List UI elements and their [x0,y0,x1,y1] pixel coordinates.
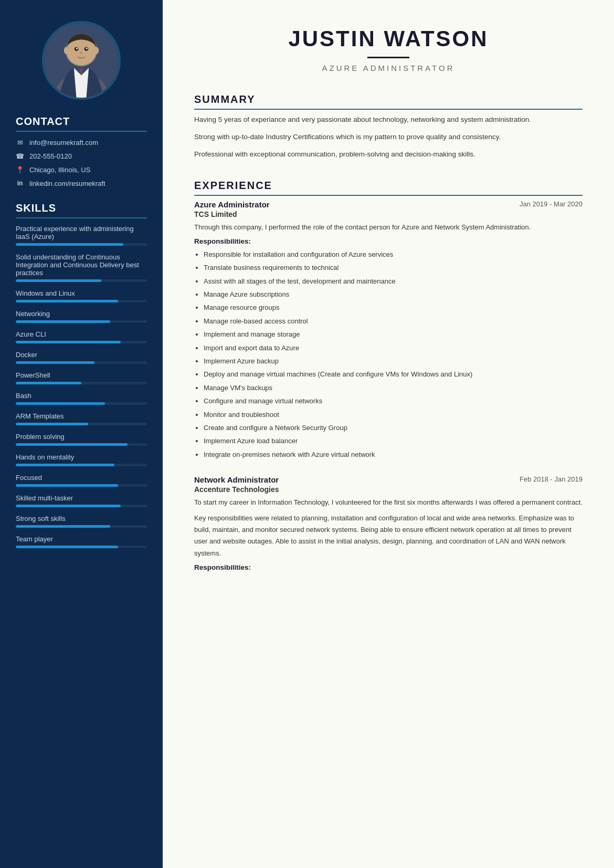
summary-section: SUMMARY Having 5 yeras of experiance and… [194,93,583,161]
experience-entry: Network Administrator Feb 2018 - Jan 201… [194,475,583,571]
responsibility-item: Monitor and troubleshoot [204,409,583,421]
exp-desc: To start my career in Information Techno… [194,497,583,508]
contact-title: CONTACT [16,116,147,132]
candidate-title: AZURE ADMINISTRATOR [194,64,583,72]
exp-dates: Jan 2019 - Mar 2020 [520,200,583,208]
svg-point-6 [76,48,78,49]
responsibilities-label: Responsibilities: [194,563,583,571]
skill-label: Focused [16,474,147,482]
skill-bar-bg [16,546,147,548]
skill-label: Docker [16,351,147,359]
responsibility-item: Manage resource groups [204,301,583,313]
exp-desc: Through this company, I performed the ro… [194,222,583,233]
exp-desc2: Key responsibilities were related to pla… [194,513,583,559]
skill-bar-fill [16,300,118,302]
skill-bar-bg [16,464,147,466]
skill-bar-fill [16,382,81,384]
skill-item: Networking [16,310,147,323]
skill-label: Problem solving [16,433,147,441]
experience-section: EXPERIENCE Azure Administrator Jan 2019 … [194,180,583,571]
skill-bar-bg [16,361,147,364]
phone-icon: ☎ [16,152,24,160]
skill-bar-fill [16,464,114,466]
responsibilities-label: Responsibilities: [194,237,583,245]
candidate-name: JUSTIN WATSON [194,26,583,51]
skill-label: ARM Templates [16,412,147,420]
skill-bar-bg [16,382,147,384]
skill-label: PowerShell [16,371,147,379]
email-icon: ✉ [16,138,24,147]
skill-bar-bg [16,484,147,487]
responsibility-item: Import and export data to Azure [204,342,583,354]
name-block: JUSTIN WATSON AZURE ADMINISTRATOR [194,26,583,72]
skill-item: Solid understanding of Continuous Integr… [16,253,147,282]
skill-label: Strong soft skills [16,515,147,522]
skill-item: Strong soft skills [16,515,147,528]
responsibility-item: Manage role-based access control [204,315,583,327]
responsibility-item: Responsible for installation and configu… [204,248,583,260]
responsibility-item: Configure and manage virtual networks [204,395,583,407]
linkedin-icon: in [16,179,24,187]
skills-title: SKILLS [16,202,147,218]
exp-job-title: Network Administrator [194,475,279,484]
main-content: JUSTIN WATSON AZURE ADMINISTRATOR SUMMAR… [163,0,614,868]
skill-bar-bg [16,443,147,446]
skill-label: Windows and Linux [16,289,147,297]
exp-dates: Feb 2018 - Jan 2019 [520,475,583,483]
skill-item: Bash [16,392,147,405]
summary-paragraphs: Having 5 yeras of experiance and very pa… [194,114,583,161]
summary-title: SUMMARY [194,93,583,110]
skills-list: Practical experience with administering … [16,225,147,548]
skill-bar-fill [16,443,128,446]
skill-bar-bg [16,525,147,528]
skill-bar-fill [16,320,110,323]
avatar-container [0,0,163,116]
skill-bar-fill [16,505,121,507]
responsibility-item: Implement and manage storage [204,328,583,340]
skill-item: Skilled multi-tasker [16,494,147,507]
skill-label: Skilled multi-tasker [16,494,147,502]
contact-email: ✉ info@resumekraft.com [16,138,147,147]
skill-bar-fill [16,279,101,282]
responsibilities-list: Responsible for installation and configu… [194,248,583,461]
responsibility-item: Translate business requirements to techn… [204,262,583,274]
skill-item: Azure CLI [16,330,147,343]
skill-bar-bg [16,505,147,507]
skill-bar-fill [16,402,105,405]
skill-bar-bg [16,423,147,425]
exp-company: TCS Limited [194,210,583,218]
skill-bar-fill [16,484,118,487]
skill-bar-fill [16,546,118,548]
experience-entries: Azure Administrator Jan 2019 - Mar 2020 … [194,200,583,571]
exp-job-title: Azure Administrator [194,200,270,209]
skill-label: Practical experience with administering … [16,225,147,240]
skill-bar-fill [16,341,121,343]
skill-label: Solid understanding of Continuous Integr… [16,253,147,277]
contact-linkedin: in linkedin.com/resumekraft [16,179,147,187]
skill-bar-fill [16,243,123,246]
skill-item: Practical experience with administering … [16,225,147,246]
exp-company: Accenture Technologies [194,485,583,494]
skill-label: Team player [16,535,147,543]
contact-location: 📍 Chicago, Illinois, US [16,165,147,174]
avatar [42,21,121,100]
skill-item: PowerShell [16,371,147,384]
contact-section: CONTACT ✉ info@resumekraft.com ☎ 202-555… [0,116,163,187]
skill-label: Azure CLI [16,330,147,338]
skill-item: Docker [16,351,147,364]
name-divider [367,57,409,58]
location-icon: 📍 [16,165,24,174]
responsibility-item: Deploy and manage virtual machines (Crea… [204,368,583,380]
skill-item: Team player [16,535,147,548]
exp-header: Network Administrator Feb 2018 - Jan 201… [194,475,583,484]
skill-label: Hands on mentality [16,453,147,461]
skill-bar-bg [16,300,147,302]
skill-item: ARM Templates [16,412,147,425]
skill-item: Problem solving [16,433,147,446]
skill-bar-fill [16,361,94,364]
skill-item: Windows and Linux [16,289,147,302]
skill-bar-fill [16,423,88,425]
skill-label: Bash [16,392,147,400]
skill-item: Hands on mentality [16,453,147,466]
skill-label: Networking [16,310,147,318]
